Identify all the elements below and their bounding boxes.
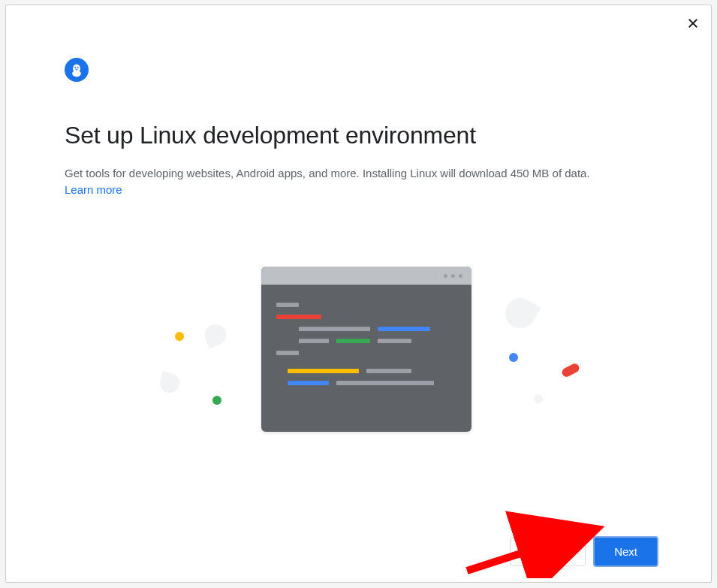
deco-gray-shape-1 bbox=[202, 321, 229, 348]
dialog-description: Get tools for developing websites, Andro… bbox=[65, 165, 590, 182]
close-button[interactable] bbox=[685, 16, 700, 31]
dialog-title: Set up Linux development environment bbox=[65, 122, 476, 149]
terminal-body bbox=[261, 285, 471, 411]
deco-blue-dot bbox=[509, 353, 518, 362]
dialog-footer: Cancel Next bbox=[510, 536, 658, 567]
deco-gray-dot bbox=[534, 394, 543, 403]
linux-penguin-icon bbox=[65, 58, 89, 82]
deco-gray-shape-3 bbox=[500, 293, 541, 334]
learn-more-link[interactable]: Learn more bbox=[65, 183, 122, 196]
deco-yellow-dot bbox=[175, 332, 184, 341]
deco-gray-shape-2 bbox=[158, 371, 182, 395]
terminal-illustration bbox=[261, 267, 471, 432]
illustration bbox=[145, 257, 595, 445]
svg-point-5 bbox=[77, 67, 79, 68]
svg-point-4 bbox=[74, 67, 76, 68]
setup-dialog: Set up Linux development environment Get… bbox=[5, 5, 712, 583]
cancel-button[interactable]: Cancel bbox=[510, 537, 586, 566]
close-icon bbox=[686, 17, 700, 30]
svg-point-3 bbox=[72, 71, 81, 77]
terminal-titlebar bbox=[261, 267, 471, 285]
deco-red-pill bbox=[561, 362, 581, 378]
next-button[interactable]: Next bbox=[593, 536, 658, 567]
deco-green-dot bbox=[212, 396, 221, 405]
